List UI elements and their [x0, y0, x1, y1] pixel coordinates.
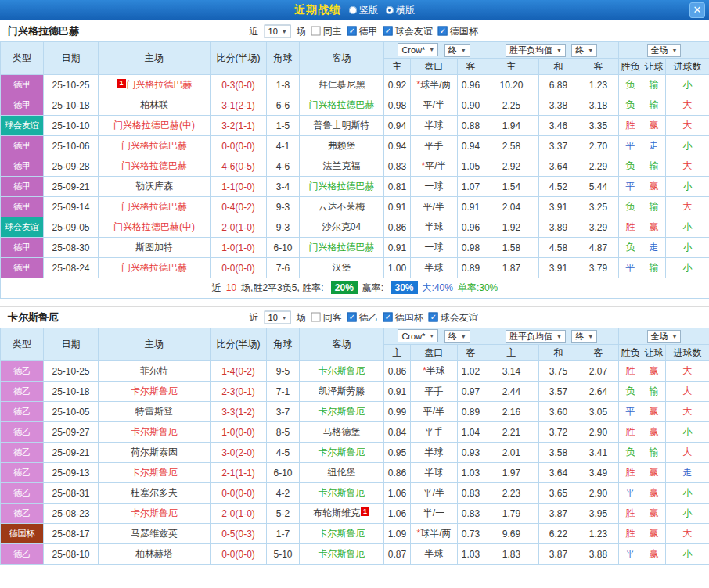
- team-name[interactable]: 柏林赫塔: [135, 548, 173, 559]
- col-score: 比分(半场): [211, 328, 267, 361]
- team-name[interactable]: 马瑟维兹英: [131, 528, 178, 539]
- same-venue-checkbox[interactable]: 同主: [311, 24, 342, 38]
- match-count-select[interactable]: 10▼: [265, 310, 291, 324]
- eu-home-odds: 1.92: [484, 217, 539, 238]
- match-count-select[interactable]: 10▼: [265, 24, 291, 38]
- team-name[interactable]: 柏林联: [140, 99, 168, 110]
- team-name[interactable]: 杜塞尔多夫: [131, 487, 178, 498]
- team-name[interactable]: 勒沃库森: [135, 181, 173, 192]
- team-name[interactable]: 门兴格拉德巴赫: [121, 160, 187, 171]
- team-name[interactable]: 布轮斯维克: [313, 507, 360, 518]
- bookmaker-select[interactable]: Crow*▼: [398, 43, 438, 56]
- final-odds-select[interactable]: 终▼: [444, 44, 470, 57]
- ah-away-odds: 0.83: [458, 504, 484, 524]
- col-away: 客场: [300, 42, 384, 75]
- eu-home-odds: 1.79: [484, 504, 539, 524]
- cup-filter-checkbox[interactable]: 德国杯: [383, 310, 423, 324]
- friendly-filter-checkbox[interactable]: 球会友谊: [429, 310, 478, 324]
- team-name[interactable]: 门兴格拉德巴赫: [121, 140, 187, 151]
- cup-filter-checkbox[interactable]: 德国杯: [438, 24, 478, 38]
- friendly-filter-checkbox[interactable]: 球会友谊: [383, 24, 433, 38]
- eu-home-odds: 2.21: [484, 422, 539, 443]
- team-name[interactable]: 门兴格拉德巴赫: [127, 79, 193, 90]
- team-name[interactable]: 卡尔斯鲁厄: [319, 446, 365, 457]
- eu-home-odds: 1.87: [484, 258, 539, 278]
- score-cell: 1-4(0-2): [211, 361, 267, 382]
- final-avg-select[interactable]: 终▼: [571, 44, 597, 57]
- match-row: 德甲25-09-21勒沃库森1-1(0-0)3-4门兴格拉德巴赫0.81一球1.…: [1, 177, 709, 197]
- score-cell: 2-3(0-1): [211, 382, 267, 402]
- team-name[interactable]: 门兴格拉德巴赫: [121, 262, 187, 273]
- scope-select[interactable]: 全场▼: [647, 44, 682, 57]
- radio-icon: [386, 6, 394, 14]
- team-name[interactable]: 法兰克福: [323, 160, 361, 171]
- league-badge: 德甲: [1, 95, 44, 116]
- bookmaker-select[interactable]: Crow*▼: [398, 329, 438, 342]
- team-name[interactable]: 卡尔斯鲁厄: [131, 385, 178, 396]
- team-name[interactable]: 卡尔斯鲁厄: [131, 426, 178, 437]
- avg-odds-select[interactable]: 胜平负均值▼: [506, 44, 566, 57]
- team-name[interactable]: 沙尔克04: [322, 221, 361, 232]
- corner-cell: 3-4: [267, 177, 300, 197]
- handicap-cell: *平/半: [411, 156, 458, 177]
- eu-away-odds: 3.88: [578, 544, 619, 565]
- team-name[interactable]: 门兴格拉德巴赫(中): [113, 120, 195, 131]
- team-name[interactable]: 门兴格拉德巴赫: [121, 201, 187, 212]
- team-name[interactable]: 荷尔斯泰因: [131, 446, 178, 457]
- team-name[interactable]: 卡尔斯鲁厄: [319, 528, 365, 539]
- games-label: 场: [297, 24, 306, 38]
- final-odds-select[interactable]: 终▼: [444, 330, 470, 343]
- team-name[interactable]: 卡尔斯鲁厄: [319, 406, 365, 417]
- team-name[interactable]: 门兴格拉德巴赫(中): [113, 221, 195, 232]
- avg-odds-select[interactable]: 胜平负均值▼: [506, 330, 566, 343]
- team-name[interactable]: 纽伦堡: [328, 467, 356, 478]
- team-name[interactable]: 普鲁士明斯特: [314, 120, 370, 131]
- ah-home-odds: 1.00: [384, 258, 411, 278]
- team-name[interactable]: 卡尔斯鲁厄: [319, 365, 365, 376]
- team-name[interactable]: 卡尔斯鲁厄: [319, 487, 365, 498]
- league-filter-checkbox[interactable]: 德乙: [347, 310, 378, 324]
- team-name[interactable]: 汉堡: [333, 262, 351, 273]
- team-name[interactable]: 特雷斯登: [135, 406, 173, 417]
- scope-select[interactable]: 全场▼: [647, 330, 682, 343]
- league-badge: 德甲: [1, 258, 44, 278]
- team-name[interactable]: 门兴格拉德巴赫: [309, 242, 375, 253]
- team-name[interactable]: 拜仁慕尼黑: [319, 79, 365, 90]
- league-badge: 德甲: [1, 156, 44, 177]
- euro-odds-header: 胜平负均值▼ 终▼: [484, 42, 619, 59]
- score-cell: 0-5(0-3): [211, 524, 267, 544]
- layout-radio-horizontal[interactable]: 横版: [386, 4, 415, 17]
- topbar: 近期战绩 竖版 横版 ✕: [0, 0, 709, 20]
- eu-away-odds: 3.49: [578, 463, 619, 483]
- final-avg-select[interactable]: 终▼: [571, 330, 597, 343]
- match-date: 25-08-30: [44, 238, 99, 258]
- eu-draw-odds: 4.52: [539, 177, 578, 197]
- score-cell: 0-0(0-0): [211, 544, 267, 565]
- team-name[interactable]: 弗赖堡: [328, 140, 356, 151]
- team-name[interactable]: 菲尔特: [140, 365, 168, 376]
- league-filter-checkbox[interactable]: 德甲: [347, 24, 378, 38]
- team-name[interactable]: 卡尔斯鲁厄: [131, 467, 178, 478]
- section-title: 卡尔斯鲁厄: [8, 310, 59, 324]
- team-name[interactable]: 卡尔斯鲁厄: [131, 507, 178, 518]
- team-name[interactable]: 门兴格拉德巴赫: [309, 181, 375, 192]
- team-name[interactable]: 斯图加特: [135, 242, 173, 253]
- result-header: 全场▼: [619, 328, 709, 345]
- team-name[interactable]: 卡尔斯鲁厄: [319, 548, 365, 559]
- same-venue-checkbox[interactable]: 同客: [311, 310, 342, 324]
- eu-away-odds: 3.35: [578, 116, 619, 136]
- handicap-result-cell: 输: [642, 197, 666, 217]
- corner-cell: 6-6: [267, 95, 300, 116]
- match-row: 德乙25-08-31杜塞尔多夫0-0(0-0)4-2卡尔斯鲁厄1.06平/半0.…: [1, 483, 709, 504]
- close-icon[interactable]: ✕: [689, 2, 705, 18]
- team-name[interactable]: 云达不莱梅: [319, 201, 365, 212]
- ah-away-odds: 0.88: [458, 116, 484, 136]
- team-name[interactable]: 门兴格拉德巴赫: [309, 99, 375, 110]
- ah-away-odds: 1.07: [458, 177, 484, 197]
- team-name[interactable]: 凯泽斯劳滕: [319, 385, 365, 396]
- col-type: 类型: [1, 42, 44, 75]
- team-name[interactable]: 马格德堡: [323, 426, 361, 437]
- layout-radio-vertical[interactable]: 竖版: [349, 4, 378, 17]
- chevron-down-icon: ▼: [588, 334, 593, 339]
- eu-draw-odds: 3.46: [539, 116, 578, 136]
